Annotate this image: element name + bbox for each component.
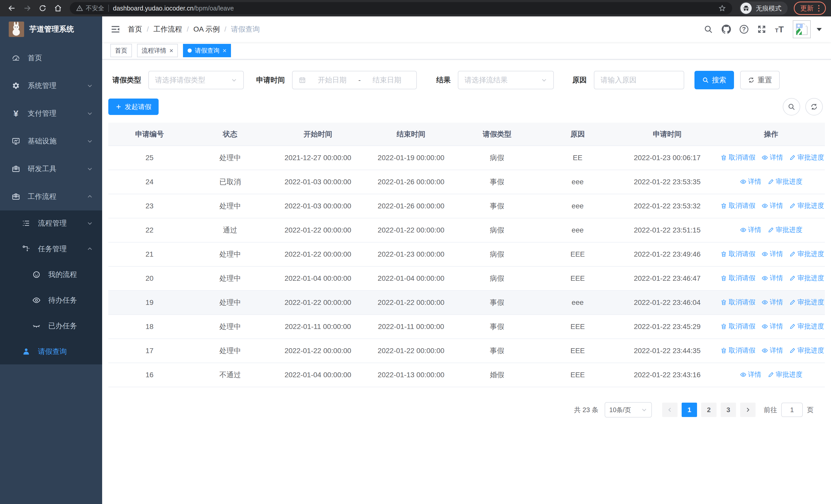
approve-progress-link[interactable]: 审批进度 (789, 298, 824, 307)
edit-icon (789, 251, 796, 257)
approve-progress-link[interactable]: 审批进度 (789, 153, 824, 162)
page-button-3[interactable]: 3 (721, 403, 736, 417)
reload-icon[interactable] (36, 2, 49, 15)
cancel-leave-link[interactable]: 取消请假 (720, 273, 755, 283)
page-size-select[interactable]: 10条/页 (605, 402, 652, 417)
browser-update-button[interactable]: 更新 (794, 2, 826, 15)
approve-progress-link[interactable]: 审批进度 (789, 249, 824, 259)
sidebar-item-system[interactable]: 系统管理 (0, 72, 102, 99)
detail-link[interactable]: 详情 (762, 273, 783, 283)
tab-process-detail[interactable]: 流程详情 × (137, 44, 178, 57)
home-icon[interactable] (51, 2, 65, 15)
detail-link[interactable]: 详情 (762, 322, 783, 331)
tags-view-bar: 首页 流程详情 × 请假查询 × (102, 42, 831, 60)
status-text: 通过 (191, 218, 269, 242)
table-row: 21 处理中 2022-01-22 00:00:00 2022-01-23 00… (108, 242, 825, 266)
cancel-leave-link[interactable]: 取消请假 (720, 153, 755, 162)
detail-link[interactable]: 详情 (740, 370, 762, 379)
back-icon[interactable] (5, 2, 19, 15)
cancel-leave-link[interactable]: 取消请假 (720, 298, 755, 307)
status-text: 处理中 (191, 266, 269, 291)
sidebar-item-todo-tasks[interactable]: 待办任务 (0, 288, 102, 313)
goto-page-input[interactable] (781, 403, 803, 417)
reset-button[interactable]: 重置 (740, 71, 780, 89)
breadcrumb-home[interactable]: 首页 (128, 24, 142, 34)
search-icon[interactable] (704, 25, 713, 34)
table-header-row: 申请编号 状态 开始时间 结束时间 请假类型 原因 申请时间 操作 (108, 123, 825, 146)
page-content: 请假类型 请选择请假类型 申请时间 开始日期 - 结束日期 结果 请选择流结果 (102, 60, 831, 504)
cancel-leave-link[interactable]: 取消请假 (720, 346, 755, 355)
approve-progress-link[interactable]: 审批进度 (789, 201, 824, 210)
page-button-2[interactable]: 2 (701, 403, 717, 417)
close-icon[interactable]: × (169, 47, 173, 54)
url-text: dashboard.yudao.iocoder.cn/bpm/oa/leave (113, 5, 234, 12)
sidebar-item-infra[interactable]: 基础设施 (0, 127, 102, 155)
next-page-button[interactable] (740, 403, 755, 417)
sidebar-item-payment[interactable]: ¥ 支付管理 (0, 99, 102, 127)
breadcrumb-workflow[interactable]: 工作流程 (153, 24, 182, 34)
page-button-1[interactable]: 1 (682, 403, 697, 417)
search-button[interactable]: 搜索 (694, 71, 734, 89)
approve-progress-link[interactable]: 审批进度 (768, 370, 803, 379)
approve-progress-link[interactable]: 审批进度 (768, 225, 803, 234)
leave-type-select[interactable]: 请选择请假类型 (148, 71, 244, 89)
address-bar[interactable]: 不安全 dashboard.yudao.iocoder.cn/bpm/oa/le… (70, 2, 732, 14)
prev-page-button[interactable] (662, 403, 678, 417)
chevron-down-icon (87, 83, 93, 89)
breadcrumb-oa[interactable]: OA 示例 (194, 24, 220, 34)
detail-link[interactable]: 详情 (762, 153, 783, 162)
detail-link[interactable]: 详情 (762, 298, 783, 307)
browser-menu-icon[interactable] (818, 5, 820, 11)
help-icon[interactable]: ? (740, 25, 748, 34)
cancel-leave-link[interactable]: 取消请假 (720, 249, 755, 259)
forward-icon[interactable] (21, 2, 34, 15)
fullscreen-icon[interactable] (757, 25, 766, 34)
sidebar-item-devtools[interactable]: 研发工具 (0, 155, 102, 183)
hide-search-button[interactable] (783, 98, 800, 116)
sidebar-menu: 首页 系统管理 ¥ 支付管理 基础设施 (0, 42, 102, 364)
sidebar-item-process-mgmt[interactable]: 流程管理 (0, 210, 102, 236)
sidebar-item-task-mgmt[interactable]: 任务管理 (0, 236, 102, 262)
refresh-button[interactable] (805, 98, 823, 116)
sidebar-item-done-tasks[interactable]: 已办任务 (0, 313, 102, 339)
detail-link[interactable]: 详情 (740, 177, 762, 186)
approve-progress-link[interactable]: 审批进度 (789, 273, 824, 283)
sidebar-item-workflow[interactable]: 工作流程 (0, 183, 102, 210)
detail-link[interactable]: 详情 (762, 249, 783, 259)
approve-progress-link[interactable]: 审批进度 (789, 322, 824, 331)
sidebar-collapse-icon[interactable] (110, 24, 121, 34)
reason-label: 原因 (572, 75, 587, 85)
cancel-leave-link[interactable]: 取消请假 (720, 322, 755, 331)
detail-link[interactable]: 详情 (740, 225, 762, 234)
apply-time-range-picker[interactable]: 开始日期 - 结束日期 (292, 71, 417, 89)
cancel-leave-link[interactable]: 取消请假 (720, 201, 755, 210)
sidebar-item-my-process[interactable]: 我的流程 (0, 262, 102, 288)
avatar-dropdown-caret[interactable] (816, 28, 822, 34)
edit-icon (789, 275, 796, 281)
view-icon (740, 227, 747, 233)
not-secure-chip[interactable]: 不安全 (76, 4, 104, 12)
detail-link[interactable]: 详情 (762, 346, 783, 355)
detail-link[interactable]: 详情 (762, 201, 783, 210)
bookmark-star-icon[interactable] (718, 4, 726, 12)
chevron-down-icon (87, 220, 93, 226)
close-icon[interactable]: × (223, 47, 226, 54)
reason-input[interactable]: 请输入原因 (594, 71, 684, 89)
delete-icon (720, 251, 727, 257)
create-leave-button[interactable]: 发起请假 (108, 98, 159, 115)
github-icon[interactable] (722, 25, 731, 34)
chevron-down-icon (87, 138, 93, 144)
approve-progress-link[interactable]: 审批进度 (768, 177, 803, 186)
view-icon (740, 178, 747, 185)
table-row: 25 处理中 2021-12-27 00:00:00 2022-01-19 00… (108, 146, 825, 170)
app-logo-row[interactable]: 芋道管理系统 (0, 17, 102, 42)
tab-home[interactable]: 首页 (110, 44, 132, 57)
approve-progress-link[interactable]: 审批进度 (789, 346, 824, 355)
result-label: 结果 (436, 75, 451, 85)
font-size-icon[interactable]: TT (775, 24, 784, 34)
sidebar-item-leave-query[interactable]: 请假查询 (0, 339, 102, 364)
user-avatar[interactable] (793, 20, 811, 38)
sidebar-item-home[interactable]: 首页 (0, 44, 102, 72)
result-select[interactable]: 请选择流结果 (458, 71, 554, 89)
tab-leave-query[interactable]: 请假查询 × (183, 44, 231, 57)
